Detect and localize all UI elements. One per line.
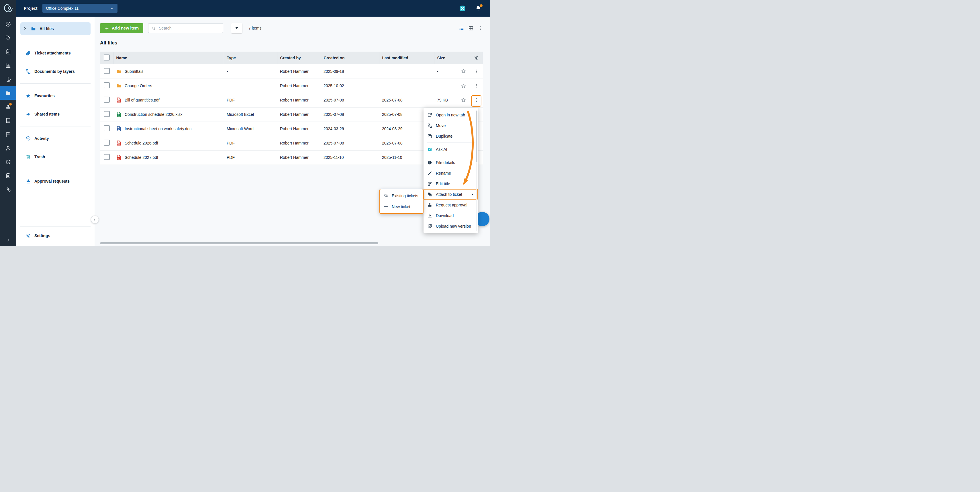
search-input[interactable] xyxy=(158,25,220,31)
horizontal-scrollbar[interactable] xyxy=(100,242,378,244)
table-settings-button[interactable] xyxy=(474,55,479,60)
menu-item-download[interactable]: Download xyxy=(423,210,478,221)
sidebar-item-favourites[interactable]: Favourites xyxy=(20,89,91,102)
menu-item-rename[interactable]: Rename xyxy=(423,168,478,178)
sidebar-item-settings[interactable]: Settings xyxy=(20,229,91,242)
rail-item-overview[interactable] xyxy=(0,17,16,31)
column-header-type[interactable]: Type xyxy=(224,52,277,64)
sidebar-item-trash[interactable]: Trash xyxy=(20,151,91,163)
list-view-button[interactable] xyxy=(459,25,464,31)
favourite-star-button[interactable] xyxy=(461,83,466,88)
file-row-change-orders[interactable]: Change Orders-Robert Hammer2025-10-02- xyxy=(100,78,483,93)
row-checkbox[interactable] xyxy=(104,97,110,103)
file-created-by: Robert Hammer xyxy=(277,136,321,150)
rail-item-documents[interactable] xyxy=(0,86,16,100)
topbar: Project Office Complex 11 xyxy=(16,0,490,17)
menu-item-label: Upload new version xyxy=(436,224,471,229)
add-new-item-button[interactable]: Add new item xyxy=(100,23,143,33)
column-header-created-by[interactable]: Created by xyxy=(277,52,321,64)
file-name: Schedule 2026.pdf xyxy=(125,141,158,145)
row-checkbox[interactable] xyxy=(104,82,110,88)
sidebar-item-approval-requests[interactable]: Approval requests xyxy=(20,175,91,188)
annotation-highlight-kebab xyxy=(471,95,481,107)
rail-item-admin[interactable] xyxy=(0,182,16,196)
paperclip-icon xyxy=(25,51,31,56)
rail-item-equipment[interactable] xyxy=(0,72,16,86)
ai-assistant-button[interactable] xyxy=(458,4,467,13)
rail-item-flags[interactable] xyxy=(0,127,16,141)
row-checkbox[interactable] xyxy=(104,68,110,74)
row-checkbox[interactable] xyxy=(104,154,110,160)
sidebar-item-shared-items[interactable]: Shared Items xyxy=(20,108,91,120)
context-menu-scrollbar[interactable] xyxy=(476,110,477,231)
menu-item-label: Attach to ticket xyxy=(436,192,462,197)
rail-expand-button[interactable] xyxy=(0,238,16,242)
rail-item-tasks[interactable] xyxy=(0,45,16,59)
row-menu-button[interactable] xyxy=(474,69,479,73)
column-header-created-on[interactable]: Created on xyxy=(321,52,379,64)
menu-item-edit-title[interactable]: Edit title xyxy=(423,178,478,189)
favourite-star-button[interactable] xyxy=(461,68,466,73)
select-all-checkbox[interactable] xyxy=(104,54,110,61)
file-name: Instructional sheet on work safety.doc xyxy=(125,126,191,131)
menu-item-label: Rename xyxy=(436,171,451,175)
sidebar-collapse-button[interactable] xyxy=(91,216,99,224)
attach-to-ticket-submenu: Existing ticketsNew ticket xyxy=(379,189,423,214)
menu-item-file-details[interactable]: File details xyxy=(423,157,478,168)
menu-item-ask-ai[interactable]: Ask AI xyxy=(423,144,478,154)
menu-item-duplicate[interactable]: Duplicate xyxy=(423,131,478,141)
app-logo[interactable] xyxy=(3,3,13,13)
file-type: - xyxy=(224,64,277,78)
row-checkbox[interactable] xyxy=(104,140,110,146)
column-header-name[interactable]: Name xyxy=(113,52,224,64)
list-view-icon xyxy=(459,25,464,31)
rail-item-approvals[interactable] xyxy=(0,100,16,113)
submenu-item-new-ticket[interactable]: New ticket xyxy=(380,201,423,212)
sidebar-item-all-files[interactable]: All files xyxy=(20,22,91,35)
add-new-item-label: Add new item xyxy=(112,26,139,30)
sidebar-item-documents-by-layers[interactable]: Documents by layers xyxy=(20,65,91,78)
favourite-star-button[interactable] xyxy=(461,97,466,102)
tag-attach-icon xyxy=(427,192,433,197)
sidebar-item-label: Settings xyxy=(34,233,50,238)
notifications-button[interactable] xyxy=(475,5,481,11)
more-options-button[interactable] xyxy=(478,25,483,31)
submenu-item-existing-tickets[interactable]: Existing tickets xyxy=(380,190,423,201)
file-last-modified: 2025-07-08 xyxy=(379,93,434,107)
file-created-on: 2025-10-02 xyxy=(321,78,379,93)
rail-item-statistics[interactable] xyxy=(0,59,16,72)
menu-item-upload-new-version[interactable]: Upload new version xyxy=(423,221,478,231)
file-type: Microsoft Excel xyxy=(224,107,277,121)
rail-item-contacts[interactable] xyxy=(0,141,16,155)
rail-item-tickets[interactable] xyxy=(0,31,16,45)
tasks-icon xyxy=(5,49,11,55)
filter-button[interactable] xyxy=(231,23,242,33)
page-title: All files xyxy=(100,40,490,46)
kebab-icon xyxy=(474,83,479,88)
menu-item-move[interactable]: Move xyxy=(423,120,478,131)
menu-item-open-in-new-tab[interactable]: Open in new tab xyxy=(423,110,478,120)
column-header-last-modified[interactable]: Last modified xyxy=(379,52,434,64)
sidebar-item-ticket-attachments[interactable]: Ticket attachments xyxy=(20,47,91,59)
rail-item-analytics[interactable] xyxy=(0,155,16,169)
project-selector[interactable]: Office Complex 11 xyxy=(42,4,118,13)
pie-icon xyxy=(5,159,11,165)
file-row-submittals[interactable]: Submittals-Robert Hammer2025-09-18- xyxy=(100,64,483,78)
scrollbar-thumb[interactable] xyxy=(476,111,477,162)
grid-view-button[interactable] xyxy=(468,25,474,31)
menu-item-attach-to-ticket[interactable]: Attach to ticket xyxy=(423,189,478,199)
sidebar-item-label: Documents by layers xyxy=(34,69,75,74)
sidebar-item-activity[interactable]: Activity xyxy=(20,132,91,145)
column-header-size[interactable]: Size xyxy=(434,52,457,64)
sidebar-item-label: Trash xyxy=(34,154,45,159)
menu-item-request-approval[interactable]: Request approval xyxy=(423,199,478,210)
svg-text:PDF: PDF xyxy=(117,100,120,102)
row-menu-button[interactable] xyxy=(474,83,479,88)
row-checkbox[interactable] xyxy=(104,125,110,131)
history-icon xyxy=(25,136,31,141)
file-name: Submittals xyxy=(125,69,143,74)
row-checkbox[interactable] xyxy=(104,111,110,117)
rail-item-forms[interactable] xyxy=(0,169,16,182)
rail-item-library[interactable] xyxy=(0,113,16,127)
file-row-bill-of-quantities-pdf[interactable]: PDFBill of quantities.pdfPDFRobert Hamme… xyxy=(100,93,483,107)
